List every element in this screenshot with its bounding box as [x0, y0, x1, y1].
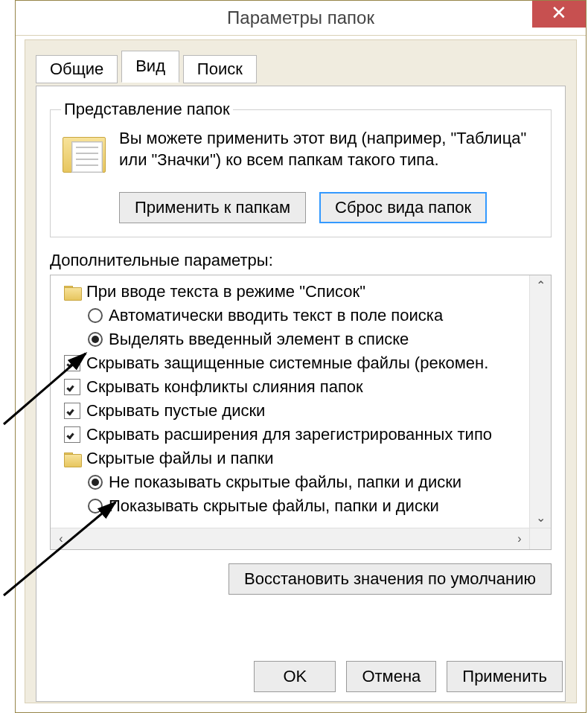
radio-icon[interactable]: [88, 499, 103, 514]
window-title: Параметры папок: [16, 1, 586, 35]
cancel-button[interactable]: Отмена: [346, 661, 436, 692]
tree-content: При вводе текста в режиме "Список" Автом…: [51, 275, 530, 528]
folder-views-legend: Представление папок: [61, 100, 233, 119]
folder-icon: [64, 453, 80, 466]
tab-strip: Общие Вид Поиск: [36, 51, 566, 86]
reset-folder-views-button[interactable]: Сброс вида папок: [319, 192, 487, 223]
scroll-left-icon[interactable]: ‹: [51, 528, 71, 549]
titlebar: Параметры папок ✕: [16, 1, 586, 36]
advanced-settings-label: Дополнительные параметры:: [50, 251, 552, 270]
tree-item-list-typing[interactable]: При вводе текста в режиме "Список": [60, 280, 530, 304]
radio-icon[interactable]: [88, 332, 103, 347]
scroll-up-icon[interactable]: ⌃: [530, 275, 551, 296]
scroll-down-icon[interactable]: ⌄: [530, 508, 551, 528]
tree-item-hidden-files-folder[interactable]: Скрытые файлы и папки: [60, 447, 530, 470]
folder-icon: [64, 286, 80, 299]
advanced-settings-tree[interactable]: При вводе текста в режиме "Список" Автом…: [50, 275, 552, 550]
folder-views-description: Вы можете применить этот вид (например, …: [119, 128, 540, 170]
radio-icon[interactable]: [88, 308, 103, 323]
vertical-scrollbar[interactable]: ⌃ ⌄: [529, 275, 551, 528]
tab-view[interactable]: Вид: [121, 51, 179, 83]
checkbox-icon[interactable]: [64, 379, 80, 395]
folder-views-icon: [61, 132, 107, 179]
tree-item-hide-empty-drives[interactable]: Скрывать пустые диски: [60, 399, 530, 423]
tree-item-auto-type-search[interactable]: Автоматически вводить текст в поле поиск…: [60, 304, 530, 327]
tree-item-show-hidden[interactable]: Показывать скрытые файлы, папки и диски: [60, 494, 530, 518]
dialog-footer: OK Отмена Применить: [254, 661, 563, 692]
folder-views-group: Представление папок Вы можете применить …: [50, 100, 552, 237]
tree-item-hide-merge-conflicts[interactable]: Скрывать конфликты слияния папок: [60, 375, 530, 399]
folder-options-window: Параметры папок ✕ Общие Вид Поиск Предст…: [15, 0, 587, 713]
tree-item-hide-extensions[interactable]: Скрывать расширения для зарегистрированн…: [60, 423, 530, 447]
checkbox-icon[interactable]: [64, 355, 80, 371]
apply-to-folders-button[interactable]: Применить к папкам: [119, 192, 306, 223]
tree-item-select-typed-item[interactable]: Выделять введенный элемент в списке: [60, 327, 530, 351]
tree-item-hide-protected-os-files[interactable]: Скрывать защищенные системные файлы (рек…: [60, 351, 530, 375]
close-icon: ✕: [551, 1, 567, 24]
client-area: Общие Вид Поиск Представление папок Вы м…: [25, 39, 577, 703]
tab-general[interactable]: Общие: [36, 55, 118, 83]
close-button[interactable]: ✕: [532, 1, 586, 28]
apply-button[interactable]: Применить: [447, 661, 563, 692]
restore-defaults-button[interactable]: Восстановить значения по умолчанию: [229, 563, 552, 595]
scroll-corner: [529, 528, 551, 549]
ok-button[interactable]: OK: [254, 661, 336, 692]
tab-panel-view: Представление папок Вы можете применить …: [36, 86, 566, 702]
checkbox-icon[interactable]: [64, 426, 80, 443]
radio-icon[interactable]: [88, 475, 103, 490]
horizontal-scrollbar[interactable]: ‹ ›: [51, 528, 530, 549]
checkbox-icon[interactable]: [64, 403, 80, 419]
tree-item-dont-show-hidden[interactable]: Не показывать скрытые файлы, папки и дис…: [60, 470, 530, 494]
scroll-right-icon[interactable]: ›: [509, 528, 530, 549]
tab-search[interactable]: Поиск: [183, 55, 257, 83]
